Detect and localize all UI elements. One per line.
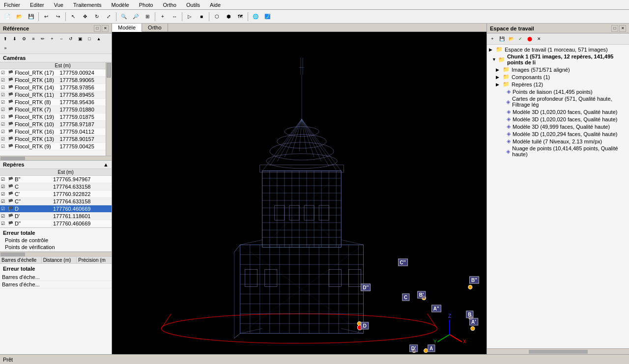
tree-item[interactable]: ◈Modèle tuilé (7 Niveaux, 2.13 mm/px) [488,138,628,145]
import-button[interactable]: ⬆ [1,34,10,43]
marker-label-A[interactable]: A' [469,318,478,326]
scale-button[interactable]: ⤢ [103,11,114,22]
repere-checkbox[interactable]: ☑ [1,199,8,204]
menu-vue[interactable]: Vue [52,2,65,8]
camera-row[interactable]: ☑🏴Flocol_RTK (10)177758.97187 [0,121,106,128]
camera-row[interactable]: ☑🏴Flocol_RTK (19)177759.01875 [0,113,106,121]
tree-item[interactable]: ▶📁Images (571/571 aligné) [488,66,628,73]
stop-button[interactable]: ■ [196,11,207,22]
repere-checkbox[interactable]: ☑ [1,214,8,219]
tree-item[interactable]: ▶📁Composants (1) [488,73,628,81]
chunk1-expand-icon[interactable]: ▼ [492,57,496,62]
camera-row[interactable]: ☑🏴Flocol_RTK (14)177758.97856 [0,84,106,91]
render-button[interactable]: ▷ [184,11,195,22]
camera-checkbox[interactable]: ☑ [1,122,8,127]
ws-open-button[interactable]: 📂 [507,34,515,43]
select-all-button[interactable]: ▣ [76,34,85,43]
camera-row[interactable]: ☑🏴Flocol_RTK (16)177759.04112 [0,128,106,136]
marker-label-D[interactable]: D [361,322,369,330]
cameras-hscroll[interactable] [0,156,112,161]
scale-row[interactable]: Barres d'éche... [0,274,112,281]
menu-traitements[interactable]: Traitements [71,2,104,8]
open-button[interactable]: 📂 [14,11,25,22]
repere-checkbox[interactable]: ☑ [1,206,8,211]
repere-row[interactable]: ☑🏴C'177760.922822 [0,191,112,198]
redo-button[interactable]: ↪ [53,11,63,22]
filter-button[interactable]: ≡ [29,34,38,43]
left-panel-hscroll[interactable] [0,252,112,256]
menu-fichier[interactable]: Fichier [2,2,22,8]
camera-checkbox[interactable]: ☑ [1,78,8,83]
tree-expand-icon[interactable]: ▶ [496,75,501,80]
save-button[interactable]: 💾 [26,11,36,22]
repere-row[interactable]: ☑🏴D''177760.460669 [0,220,112,227]
scale-row[interactable]: Barres d'éche... [0,281,112,288]
ws-save-button[interactable]: 💾 [497,34,506,43]
marker-label-C[interactable]: C [402,293,409,301]
view-solid[interactable]: ⬢ [223,11,234,22]
refresh-button[interactable]: ↺ [66,34,75,43]
menu-aide[interactable]: Aide [208,2,223,8]
delete-button[interactable]: − [57,34,66,43]
menu-photo[interactable]: Photo [137,2,155,8]
globe-button[interactable]: 🌐 [250,11,261,22]
repere-row[interactable]: ☑🏴C177764.633158 [0,183,112,191]
tree-item[interactable]: ◈Cartes de profondeur (571, Qualité haut… [488,95,628,108]
more-button[interactable]: » [1,44,10,53]
tree-item[interactable]: ◈Points de liaison (141,495 points) [488,88,628,95]
repere-checkbox[interactable]: ☑ [1,184,8,189]
cameras-scroll-thumb[interactable] [107,63,111,78]
marker-label-D[interactable]: D'' [361,283,371,291]
camera-checkbox[interactable]: ☑ [1,100,8,105]
camera-row[interactable]: ☑🏴Flocol_RTK (17)177759.00924 [0,69,106,77]
zoom-in-button[interactable]: 🔍 [118,11,129,22]
tree-item[interactable]: ◈Modèle 3D (1,020,020 faces, Qualité hau… [488,115,628,123]
zoom-out-button[interactable]: 🔎 [130,11,141,22]
menu-outils[interactable]: Outils [184,2,202,8]
marker-label-A[interactable]: A [428,344,435,352]
tree-item[interactable]: ◈Modèle 3D (49,999 faces, Qualité haute) [488,123,628,130]
marker-label-D[interactable]: D' [409,344,418,352]
panel-close-button[interactable]: ✕ [102,25,109,32]
reperes-collapse-btn[interactable]: ▲ [103,162,109,168]
marker-label-B[interactable]: B' [417,291,426,298]
undo-button[interactable]: ↩ [41,11,52,22]
add-marker-button[interactable]: + [157,11,168,22]
tab-ortho[interactable]: Ortho [142,24,168,31]
right-panel-float[interactable]: □ [611,25,618,32]
tab-modele[interactable]: Modèle [112,24,142,32]
tree-item[interactable]: ◈Modèle 3D (1,020,294 faces, Qualité hau… [488,130,628,138]
repere-row[interactable]: ☑🏴D'177761.118601 [0,213,112,220]
panel-float-button[interactable]: □ [94,25,101,32]
tree-workspace-root[interactable]: ▶ 📁 Espace de travail (1 morceau, 571 im… [488,46,628,53]
settings-button[interactable]: ⚙ [20,34,29,43]
viewport-content[interactable]: C''B''D''CB'A''BA'DD'A X Y Z [112,32,486,354]
camera-row[interactable]: ☑🏴Flocol_RTK (11)177758.89455 [0,91,106,99]
marker-label-C[interactable]: C'' [398,259,408,266]
camera-row[interactable]: ☑🏴Flocol_RTK (13)177758.90157 [0,136,106,143]
move-button[interactable]: ✥ [80,11,90,22]
menu-ortho[interactable]: Ortho [161,2,178,8]
camera-row[interactable]: ☑🏴Flocol_RTK (18)177758.99065 [0,77,106,84]
menu-editer[interactable]: Editer [28,2,46,8]
repere-checkbox[interactable]: ☑ [1,221,8,226]
rotate-button[interactable]: ↻ [91,11,102,22]
deselect-button[interactable]: □ [85,34,94,43]
map-button[interactable]: 🗾 [262,11,273,22]
camera-checkbox[interactable]: ☑ [1,70,8,75]
fit-button[interactable]: ⊞ [142,11,153,22]
right-panel-scroll[interactable] [487,348,629,354]
marker-label-B[interactable]: B [466,311,473,318]
camera-checkbox[interactable]: ☑ [1,129,8,134]
ws-add-button[interactable]: + [488,34,497,43]
menu-modele[interactable]: Modèle [110,2,131,8]
camera-checkbox[interactable]: ☑ [1,144,8,149]
tree-item[interactable]: ◈Modèle 3D (1,020,020 faces, Qualité hau… [488,108,628,115]
camera-row[interactable]: ☑🏴Flocol_RTK (8)177758.95436 [0,99,106,106]
tree-expand-icon[interactable]: ▶ [496,82,501,87]
camera-row[interactable]: ☑🏴Flocol_RTK (9)177759.00425 [0,143,106,150]
camera-checkbox[interactable]: ☑ [1,85,8,90]
select-button[interactable]: ↖ [68,11,79,22]
tree-chunk1[interactable]: ▼ 📁 Chunk 1 (571 images, 12 repères, 141… [488,53,628,66]
camera-checkbox[interactable]: ☑ [1,114,8,119]
